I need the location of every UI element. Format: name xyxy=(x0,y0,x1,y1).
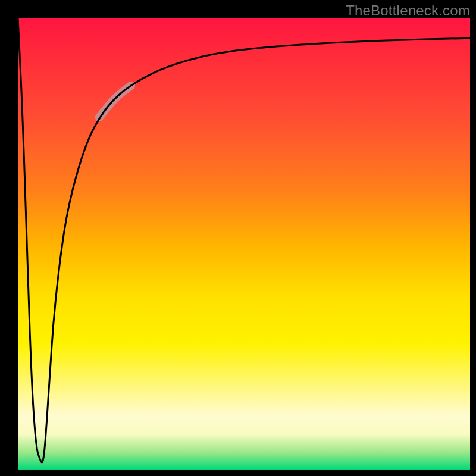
plot-area xyxy=(18,18,470,470)
curve-svg xyxy=(18,18,470,470)
watermark-text: TheBottleneck.com xyxy=(346,2,470,19)
bottleneck-curve xyxy=(18,18,470,462)
chart-frame: TheBottleneck.com xyxy=(0,0,476,476)
